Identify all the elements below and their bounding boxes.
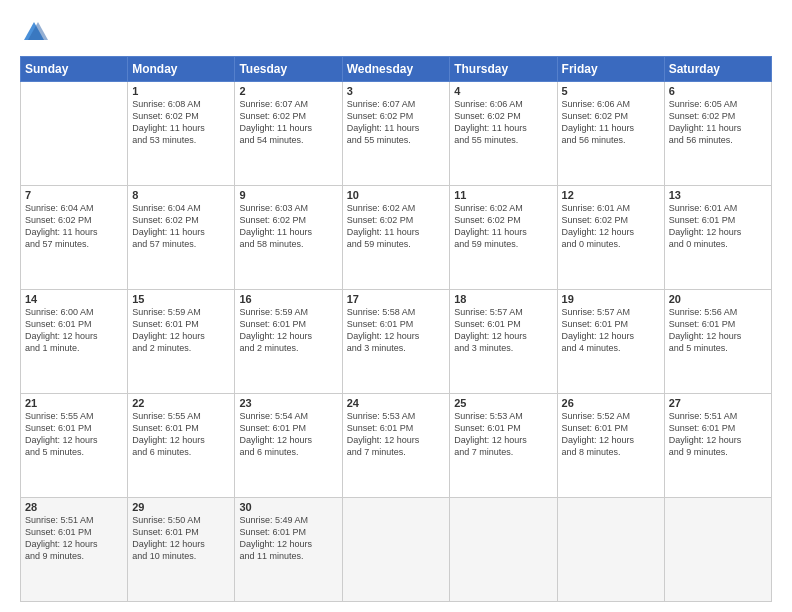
day-info: Sunrise: 5:53 AM Sunset: 6:01 PM Dayligh… bbox=[347, 410, 446, 459]
calendar-cell: 3Sunrise: 6:07 AM Sunset: 6:02 PM Daylig… bbox=[342, 82, 450, 186]
calendar-cell: 22Sunrise: 5:55 AM Sunset: 6:01 PM Dayli… bbox=[128, 394, 235, 498]
weekday-header: Sunday bbox=[21, 57, 128, 82]
calendar-cell: 12Sunrise: 6:01 AM Sunset: 6:02 PM Dayli… bbox=[557, 186, 664, 290]
logo-icon bbox=[20, 18, 48, 46]
calendar-cell: 20Sunrise: 5:56 AM Sunset: 6:01 PM Dayli… bbox=[664, 290, 771, 394]
day-info: Sunrise: 6:08 AM Sunset: 6:02 PM Dayligh… bbox=[132, 98, 230, 147]
day-number: 15 bbox=[132, 293, 230, 305]
calendar-week: 28Sunrise: 5:51 AM Sunset: 6:01 PM Dayli… bbox=[21, 498, 772, 602]
day-number: 11 bbox=[454, 189, 552, 201]
calendar-cell: 13Sunrise: 6:01 AM Sunset: 6:01 PM Dayli… bbox=[664, 186, 771, 290]
calendar-cell bbox=[557, 498, 664, 602]
calendar-cell: 7Sunrise: 6:04 AM Sunset: 6:02 PM Daylig… bbox=[21, 186, 128, 290]
calendar-cell: 19Sunrise: 5:57 AM Sunset: 6:01 PM Dayli… bbox=[557, 290, 664, 394]
day-info: Sunrise: 6:07 AM Sunset: 6:02 PM Dayligh… bbox=[239, 98, 337, 147]
weekday-row: SundayMondayTuesdayWednesdayThursdayFrid… bbox=[21, 57, 772, 82]
weekday-header: Wednesday bbox=[342, 57, 450, 82]
day-number: 12 bbox=[562, 189, 660, 201]
calendar-body: 1Sunrise: 6:08 AM Sunset: 6:02 PM Daylig… bbox=[21, 82, 772, 602]
calendar-cell: 16Sunrise: 5:59 AM Sunset: 6:01 PM Dayli… bbox=[235, 290, 342, 394]
day-info: Sunrise: 5:59 AM Sunset: 6:01 PM Dayligh… bbox=[132, 306, 230, 355]
calendar-cell: 26Sunrise: 5:52 AM Sunset: 6:01 PM Dayli… bbox=[557, 394, 664, 498]
calendar-week: 21Sunrise: 5:55 AM Sunset: 6:01 PM Dayli… bbox=[21, 394, 772, 498]
calendar-cell: 5Sunrise: 6:06 AM Sunset: 6:02 PM Daylig… bbox=[557, 82, 664, 186]
day-number: 25 bbox=[454, 397, 552, 409]
calendar-cell bbox=[21, 82, 128, 186]
day-number: 2 bbox=[239, 85, 337, 97]
day-info: Sunrise: 6:04 AM Sunset: 6:02 PM Dayligh… bbox=[25, 202, 123, 251]
day-number: 9 bbox=[239, 189, 337, 201]
day-info: Sunrise: 5:55 AM Sunset: 6:01 PM Dayligh… bbox=[132, 410, 230, 459]
day-info: Sunrise: 6:01 AM Sunset: 6:02 PM Dayligh… bbox=[562, 202, 660, 251]
weekday-header: Thursday bbox=[450, 57, 557, 82]
calendar-cell bbox=[450, 498, 557, 602]
day-number: 28 bbox=[25, 501, 123, 513]
calendar-cell: 28Sunrise: 5:51 AM Sunset: 6:01 PM Dayli… bbox=[21, 498, 128, 602]
calendar-cell: 9Sunrise: 6:03 AM Sunset: 6:02 PM Daylig… bbox=[235, 186, 342, 290]
day-number: 17 bbox=[347, 293, 446, 305]
weekday-header: Friday bbox=[557, 57, 664, 82]
page: SundayMondayTuesdayWednesdayThursdayFrid… bbox=[0, 0, 792, 612]
day-number: 16 bbox=[239, 293, 337, 305]
day-info: Sunrise: 5:49 AM Sunset: 6:01 PM Dayligh… bbox=[239, 514, 337, 563]
day-info: Sunrise: 5:51 AM Sunset: 6:01 PM Dayligh… bbox=[25, 514, 123, 563]
calendar-cell bbox=[342, 498, 450, 602]
day-info: Sunrise: 6:03 AM Sunset: 6:02 PM Dayligh… bbox=[239, 202, 337, 251]
day-number: 19 bbox=[562, 293, 660, 305]
calendar-week: 14Sunrise: 6:00 AM Sunset: 6:01 PM Dayli… bbox=[21, 290, 772, 394]
day-number: 23 bbox=[239, 397, 337, 409]
calendar-week: 7Sunrise: 6:04 AM Sunset: 6:02 PM Daylig… bbox=[21, 186, 772, 290]
day-info: Sunrise: 5:52 AM Sunset: 6:01 PM Dayligh… bbox=[562, 410, 660, 459]
calendar-cell: 30Sunrise: 5:49 AM Sunset: 6:01 PM Dayli… bbox=[235, 498, 342, 602]
day-number: 26 bbox=[562, 397, 660, 409]
day-info: Sunrise: 5:56 AM Sunset: 6:01 PM Dayligh… bbox=[669, 306, 767, 355]
day-info: Sunrise: 6:06 AM Sunset: 6:02 PM Dayligh… bbox=[562, 98, 660, 147]
calendar-cell: 17Sunrise: 5:58 AM Sunset: 6:01 PM Dayli… bbox=[342, 290, 450, 394]
calendar-cell: 6Sunrise: 6:05 AM Sunset: 6:02 PM Daylig… bbox=[664, 82, 771, 186]
day-info: Sunrise: 6:06 AM Sunset: 6:02 PM Dayligh… bbox=[454, 98, 552, 147]
calendar-cell: 11Sunrise: 6:02 AM Sunset: 6:02 PM Dayli… bbox=[450, 186, 557, 290]
weekday-header: Monday bbox=[128, 57, 235, 82]
day-info: Sunrise: 5:50 AM Sunset: 6:01 PM Dayligh… bbox=[132, 514, 230, 563]
day-info: Sunrise: 5:57 AM Sunset: 6:01 PM Dayligh… bbox=[562, 306, 660, 355]
day-info: Sunrise: 6:07 AM Sunset: 6:02 PM Dayligh… bbox=[347, 98, 446, 147]
calendar-cell: 21Sunrise: 5:55 AM Sunset: 6:01 PM Dayli… bbox=[21, 394, 128, 498]
calendar-cell: 25Sunrise: 5:53 AM Sunset: 6:01 PM Dayli… bbox=[450, 394, 557, 498]
day-number: 20 bbox=[669, 293, 767, 305]
day-info: Sunrise: 5:58 AM Sunset: 6:01 PM Dayligh… bbox=[347, 306, 446, 355]
day-info: Sunrise: 5:53 AM Sunset: 6:01 PM Dayligh… bbox=[454, 410, 552, 459]
calendar-cell: 10Sunrise: 6:02 AM Sunset: 6:02 PM Dayli… bbox=[342, 186, 450, 290]
day-number: 21 bbox=[25, 397, 123, 409]
day-info: Sunrise: 6:05 AM Sunset: 6:02 PM Dayligh… bbox=[669, 98, 767, 147]
day-info: Sunrise: 5:55 AM Sunset: 6:01 PM Dayligh… bbox=[25, 410, 123, 459]
day-number: 10 bbox=[347, 189, 446, 201]
day-number: 30 bbox=[239, 501, 337, 513]
calendar: SundayMondayTuesdayWednesdayThursdayFrid… bbox=[20, 56, 772, 602]
calendar-cell: 15Sunrise: 5:59 AM Sunset: 6:01 PM Dayli… bbox=[128, 290, 235, 394]
day-number: 24 bbox=[347, 397, 446, 409]
calendar-cell: 18Sunrise: 5:57 AM Sunset: 6:01 PM Dayli… bbox=[450, 290, 557, 394]
day-info: Sunrise: 5:51 AM Sunset: 6:01 PM Dayligh… bbox=[669, 410, 767, 459]
calendar-cell: 23Sunrise: 5:54 AM Sunset: 6:01 PM Dayli… bbox=[235, 394, 342, 498]
day-number: 29 bbox=[132, 501, 230, 513]
calendar-cell: 2Sunrise: 6:07 AM Sunset: 6:02 PM Daylig… bbox=[235, 82, 342, 186]
day-info: Sunrise: 5:59 AM Sunset: 6:01 PM Dayligh… bbox=[239, 306, 337, 355]
calendar-cell: 27Sunrise: 5:51 AM Sunset: 6:01 PM Dayli… bbox=[664, 394, 771, 498]
logo bbox=[20, 18, 52, 46]
day-number: 3 bbox=[347, 85, 446, 97]
calendar-cell bbox=[664, 498, 771, 602]
calendar-cell: 4Sunrise: 6:06 AM Sunset: 6:02 PM Daylig… bbox=[450, 82, 557, 186]
day-number: 14 bbox=[25, 293, 123, 305]
weekday-header: Saturday bbox=[664, 57, 771, 82]
day-info: Sunrise: 5:57 AM Sunset: 6:01 PM Dayligh… bbox=[454, 306, 552, 355]
day-info: Sunrise: 5:54 AM Sunset: 6:01 PM Dayligh… bbox=[239, 410, 337, 459]
calendar-week: 1Sunrise: 6:08 AM Sunset: 6:02 PM Daylig… bbox=[21, 82, 772, 186]
day-info: Sunrise: 6:02 AM Sunset: 6:02 PM Dayligh… bbox=[454, 202, 552, 251]
calendar-cell: 1Sunrise: 6:08 AM Sunset: 6:02 PM Daylig… bbox=[128, 82, 235, 186]
day-number: 4 bbox=[454, 85, 552, 97]
day-info: Sunrise: 6:04 AM Sunset: 6:02 PM Dayligh… bbox=[132, 202, 230, 251]
day-info: Sunrise: 6:01 AM Sunset: 6:01 PM Dayligh… bbox=[669, 202, 767, 251]
day-number: 8 bbox=[132, 189, 230, 201]
day-number: 1 bbox=[132, 85, 230, 97]
day-number: 18 bbox=[454, 293, 552, 305]
